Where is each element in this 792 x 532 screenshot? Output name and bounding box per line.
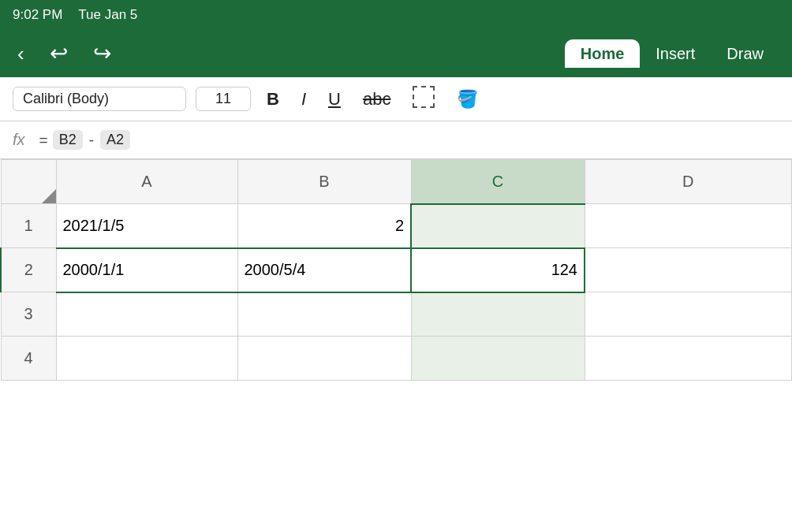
corner-triangle-icon [42,189,56,203]
cell-b1[interactable]: 2 [237,204,411,248]
spreadsheet-grid: A B C D 1 2021/1/5 2 2 2000/1/1 2000/5/4… [0,159,792,381]
cell-c1[interactable] [411,204,585,248]
undo-button[interactable]: ↩ [45,39,73,68]
toolbar: ‹ ↩ ↪ Home Insert Draw [0,30,792,77]
table-row: 4 [1,337,792,381]
col-header-d[interactable]: D [585,160,792,204]
italic-button[interactable]: I [295,86,312,113]
select-all-button[interactable] [1,160,56,204]
grid-table: A B C D 1 2021/1/5 2 2 2000/1/1 2000/5/4… [0,159,792,381]
cell-c3[interactable] [411,292,585,337]
cell-d2[interactable] [585,248,792,292]
table-row: 1 2021/1/5 2 [1,204,792,248]
tab-insert[interactable]: Insert [640,39,711,68]
font-name-input[interactable] [13,87,186,111]
col-header-a[interactable]: A [56,160,237,204]
toolbar-left: ‹ ↩ ↪ [13,39,116,68]
table-row: 2 2000/1/1 2000/5/4 124 [1,248,792,292]
border-icon [413,86,435,108]
cell-a4[interactable] [56,337,237,381]
ribbon: B I U abc 🪣 [0,77,792,121]
color-bucket-button[interactable]: 🪣 [450,86,484,113]
formula-equals: = [39,132,48,149]
formula-minus: - [89,132,94,149]
border-button[interactable] [406,83,441,115]
row-num-4: 4 [1,337,56,381]
redo-button[interactable]: ↪ [88,39,116,68]
status-date: Tue Jan 5 [78,7,137,23]
cell-b3[interactable] [237,292,411,337]
row-num-1: 1 [1,204,56,248]
cell-a1[interactable]: 2021/1/5 [56,204,237,248]
underline-button[interactable]: U [322,86,347,113]
fx-label: fx [13,131,25,149]
row-num-3: 3 [1,292,56,337]
formula-bar: fx = B2 - A2 [0,121,792,159]
back-button[interactable]: ‹ [13,40,29,67]
cell-b4[interactable] [237,337,411,381]
cell-a2[interactable]: 2000/1/1 [56,248,237,292]
cell-d1[interactable] [585,204,792,248]
column-header-row: A B C D [1,160,792,204]
formula-ref-b2: B2 [53,130,83,150]
bold-button[interactable]: B [260,86,286,113]
status-time: 9:02 PM [13,7,62,23]
cell-d3[interactable] [585,292,792,337]
col-header-b[interactable]: B [237,160,411,204]
cell-d4[interactable] [585,337,792,381]
cell-c2[interactable]: 124 [411,248,585,292]
table-row: 3 [1,292,792,337]
tab-home[interactable]: Home [565,39,641,68]
cell-c4[interactable] [411,337,585,381]
strikethrough-button[interactable]: abc [357,86,397,113]
row-num-2: 2 [1,248,56,292]
col-header-c[interactable]: C [411,160,585,204]
formula-ref-a2: A2 [100,130,130,150]
tab-bar: Home Insert Draw [565,39,779,68]
tab-draw[interactable]: Draw [711,39,779,68]
cell-a3[interactable] [56,292,237,337]
status-bar: 9:02 PM Tue Jan 5 [0,0,792,30]
cell-b2[interactable]: 2000/5/4 [237,248,411,292]
formula-content: = B2 - A2 [39,130,131,150]
font-size-input[interactable] [196,87,251,111]
